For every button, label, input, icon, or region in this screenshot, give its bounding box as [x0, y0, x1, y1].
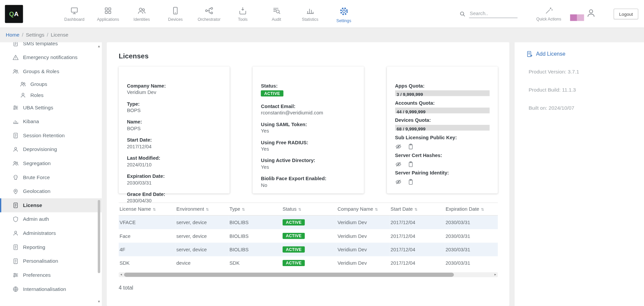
- sidebar-item-label: Geolocation: [23, 189, 51, 194]
- topbar-right: Quick Actions Logout: [459, 6, 644, 21]
- breadcrumb-home[interactable]: Home: [6, 32, 19, 38]
- nav-item-orchestrator[interactable]: Orchestrator: [192, 4, 226, 23]
- main-nav: Dashboard Applications Identities Device…: [57, 4, 360, 23]
- user-avatar[interactable]: [586, 8, 597, 20]
- sidebar-list: SMS templates Emergency notifications Gr…: [0, 42, 102, 296]
- nav-item-audit[interactable]: Audit: [260, 4, 293, 23]
- sidebar-item-internationalisation[interactable]: Internationalisation: [0, 282, 102, 296]
- sidebar-item-segregation[interactable]: Segregation: [0, 156, 102, 170]
- sidebar-scrollbar-thumb[interactable]: [98, 200, 100, 273]
- nav-item-identities[interactable]: Identities: [125, 4, 158, 23]
- nav-label: Identities: [134, 17, 150, 21]
- sidebar-item-label: UBA Settings: [23, 105, 53, 110]
- scroll-left-arrow-icon[interactable]: ◂: [119, 272, 124, 277]
- quota-label: Devices Quota:: [395, 117, 490, 123]
- page-title: Licenses: [119, 52, 498, 60]
- sidebar-item-deprovisioning[interactable]: Deprovisioning: [0, 143, 102, 157]
- nav-item-settings[interactable]: Settings: [327, 4, 360, 23]
- sidebar-item-sms-templates[interactable]: SMS templates: [0, 42, 102, 50]
- nav-item-tools[interactable]: Tools: [226, 4, 259, 23]
- col-type[interactable]: Type⇅: [229, 203, 282, 215]
- sidebar-item-session-retention[interactable]: Session Retention: [0, 129, 102, 143]
- status-badge: ACTIVE: [283, 246, 305, 252]
- content-row: SMS templates Emergency notifications Gr…: [0, 42, 644, 306]
- table-row[interactable]: Face server, device BIOLIBS ACTIVE Verid…: [119, 229, 498, 243]
- sidebar-item-geolocation[interactable]: Geolocation: [0, 185, 102, 199]
- col-company-name[interactable]: Company Name⇅: [337, 203, 390, 215]
- sidebar-scrollbar[interactable]: ▲ ▼: [97, 44, 102, 304]
- table-total-count: 4 total: [119, 285, 498, 291]
- devices-icon: [171, 6, 180, 15]
- built-on: Built on: 2024/10/07: [529, 105, 636, 111]
- scroll-down-arrow-icon[interactable]: ▼: [97, 299, 102, 304]
- col-expiration-date[interactable]: Expiration Date⇅: [445, 203, 498, 215]
- field-active-directory: Using Active Directory: Yes: [261, 158, 356, 170]
- quota-value: 68 / 9,999,999: [395, 126, 426, 132]
- nav-item-dashboard[interactable]: Dashboard: [57, 4, 91, 23]
- nav-item-devices[interactable]: Devices: [158, 4, 192, 23]
- quota-bar: 44 / 9,999,999: [395, 108, 490, 113]
- search-input[interactable]: [469, 9, 517, 18]
- table-horizontal-scrollbar[interactable]: ◂ ▸: [119, 272, 498, 277]
- sidebar-item-personalisation[interactable]: Personalisation: [0, 254, 102, 268]
- sidebar-item-kibana[interactable]: Kibana: [0, 114, 102, 129]
- field-label: Using SAML Token:: [261, 121, 356, 128]
- sidebar-item-administrators[interactable]: Administrators: [0, 226, 102, 240]
- sort-icon: ⇅: [206, 207, 209, 211]
- sidebar-item-admin-auth[interactable]: Admin auth: [0, 212, 102, 226]
- scroll-right-arrow-icon[interactable]: ▸: [493, 272, 498, 277]
- field-expiration-date: Expiration Date: 2030/03/31: [127, 173, 221, 186]
- col-environment[interactable]: Environment⇅: [176, 203, 229, 215]
- search-icon[interactable]: [459, 10, 466, 17]
- sidebar-item-brute-force[interactable]: Brute Force: [0, 170, 102, 185]
- table-row[interactable]: SDK device SDK ACTIVE Veridium Dev 2017/…: [119, 256, 498, 270]
- sidebar-item-groups[interactable]: Groups: [0, 79, 102, 90]
- sidebar-item-license[interactable]: License: [0, 198, 102, 212]
- col-start-date[interactable]: Start Date⇅: [390, 203, 445, 215]
- sidebar-item-preferences[interactable]: Preferences: [0, 268, 102, 282]
- breadcrumb: Home / Settings / License: [0, 28, 644, 42]
- table-row[interactable]: 4F server, device BIOLIBS ACTIVE Veridiu…: [119, 243, 498, 256]
- cell-start-date: 2017/12/04: [390, 243, 445, 256]
- copy-clipboard-icon[interactable]: [407, 161, 414, 168]
- session-retention-icon: [12, 132, 19, 139]
- sidebar-item-label: Kibana: [23, 119, 39, 124]
- field-value: rconstantin@veridiumid.com: [261, 110, 356, 116]
- nav-label: Audit: [272, 17, 281, 21]
- nav-item-statistics[interactable]: Statistics: [293, 4, 327, 23]
- field-value: Yes: [261, 164, 356, 170]
- sidebar-item-reporting[interactable]: Reporting: [0, 240, 102, 254]
- eye-off-icon[interactable]: [395, 178, 402, 185]
- quota-label: Accounts Quota:: [395, 100, 490, 106]
- field-value: Yes: [261, 128, 356, 134]
- sidebar-item-roles[interactable]: Roles: [0, 90, 102, 101]
- eye-off-icon[interactable]: [395, 161, 402, 168]
- scroll-up-arrow-icon[interactable]: ▲: [97, 44, 102, 49]
- copy-clipboard-icon[interactable]: [407, 143, 414, 150]
- sidebar-item-groups-roles[interactable]: Groups & Roles: [0, 64, 102, 79]
- table-scrollbar-thumb[interactable]: [124, 273, 454, 277]
- col-status[interactable]: Status⇅: [282, 203, 337, 215]
- add-license-button[interactable]: Add License: [526, 51, 636, 58]
- eye-off-icon[interactable]: [395, 143, 402, 150]
- sidebar-item-emergency-notifications[interactable]: Emergency notifications: [0, 51, 102, 65]
- sort-icon: ⇅: [375, 207, 378, 211]
- app-logo[interactable]: QA: [5, 5, 23, 23]
- sidebar-item-uba-settings[interactable]: UBA Settings: [0, 101, 102, 115]
- table-row[interactable]: VFACE server, device BIOLIBS ACTIVE Veri…: [119, 215, 498, 229]
- sidebar-item-label: Deprovisioning: [23, 147, 57, 152]
- logout-button[interactable]: Logout: [614, 8, 638, 19]
- cell-start-date: 2017/12/04: [390, 229, 445, 243]
- audit-icon: [272, 6, 281, 15]
- field-label: Type:: [127, 101, 221, 107]
- breadcrumb-settings[interactable]: Settings: [26, 32, 44, 38]
- tools-icon: [238, 6, 247, 15]
- field-value: 2030/03/31: [127, 180, 221, 186]
- cell-license-name: SDK: [119, 256, 176, 270]
- field-grace-end-date: Grace End Date: 2030/04/30: [127, 191, 221, 204]
- copy-clipboard-icon[interactable]: [407, 178, 414, 185]
- col-license-name[interactable]: License Name⇅: [119, 203, 176, 215]
- quick-actions-button[interactable]: Quick Actions: [536, 6, 561, 21]
- nav-item-applications[interactable]: Applications: [91, 4, 125, 23]
- nav-label: Dashboard: [64, 17, 85, 21]
